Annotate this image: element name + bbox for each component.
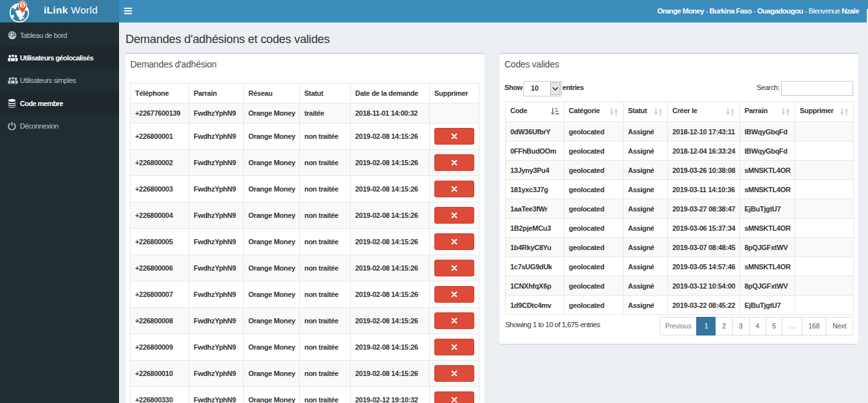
svg-text:$: $ xyxy=(21,2,24,8)
